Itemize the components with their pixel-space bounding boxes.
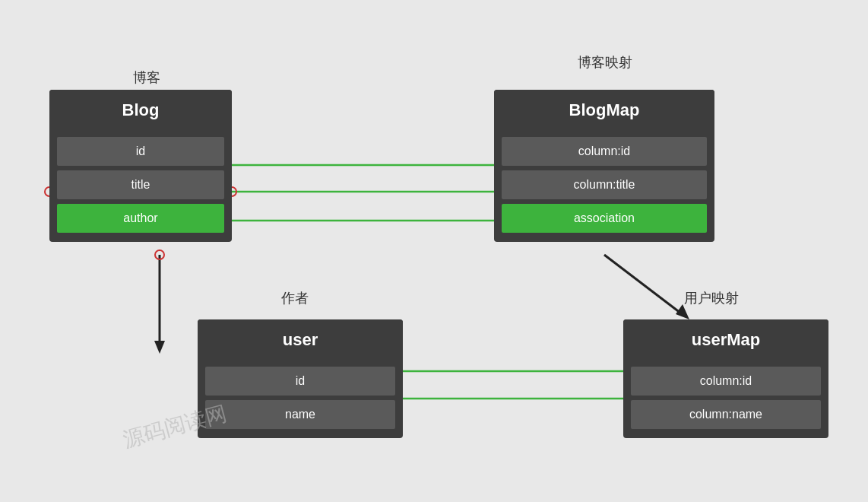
blog-title: Blog <box>49 90 232 131</box>
user-field-id: id <box>205 367 395 396</box>
usermap-field-columnname: column:name <box>631 400 821 429</box>
blog-label: 博客 <box>133 68 160 87</box>
blogmap-entity: BlogMap column:id column:title associati… <box>494 90 714 242</box>
user-title: user <box>198 319 403 361</box>
usermap-label: 用户映射 <box>684 289 739 307</box>
svg-line-7 <box>604 255 684 316</box>
blogmap-field-association: association <box>502 204 707 233</box>
usermap-fields: column:id column:name <box>623 361 828 438</box>
usermap-field-columnid: column:id <box>631 367 821 396</box>
svg-point-12 <box>155 250 164 259</box>
svg-marker-6 <box>154 341 165 354</box>
blogmap-label: 博客映射 <box>578 53 632 71</box>
blog-entity: Blog id title author <box>49 90 232 242</box>
blog-field-title: title <box>57 170 224 199</box>
blog-fields: id title author <box>49 131 232 242</box>
blog-field-id: id <box>57 137 224 166</box>
user-field-name: name <box>205 400 395 429</box>
diagram-container: 博客 博客映射 作者 用户映射 Blog id title author Blo… <box>0 0 868 502</box>
blogmap-title: BlogMap <box>494 90 714 131</box>
user-fields: id name <box>198 361 403 438</box>
blog-field-author: author <box>57 204 224 233</box>
usermap-entity: userMap column:id column:name <box>623 319 828 438</box>
blogmap-field-columnid: column:id <box>502 137 707 166</box>
blogmap-fields: column:id column:title association <box>494 131 714 242</box>
user-label: 作者 <box>281 289 309 307</box>
usermap-title: userMap <box>623 319 828 361</box>
blogmap-field-columntitle: column:title <box>502 170 707 199</box>
user-entity: user id name <box>198 319 403 438</box>
